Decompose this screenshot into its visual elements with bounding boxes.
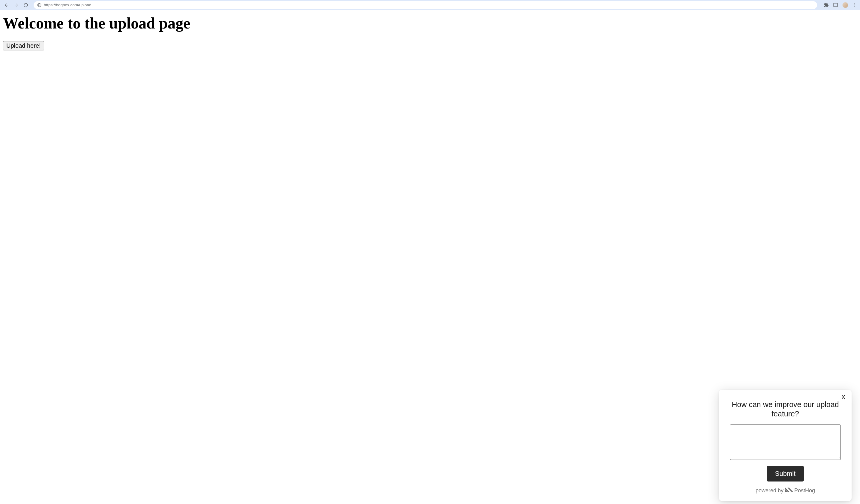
back-button[interactable] [3, 1, 10, 9]
posthog-logo: PostHog [785, 488, 815, 494]
page-content: Welcome to the upload page Upload here! [0, 10, 860, 55]
powered-by-text: powered by [756, 488, 784, 494]
profile-avatar[interactable] [842, 2, 848, 8]
forward-button[interactable] [13, 1, 20, 9]
chrome-right-controls [824, 1, 856, 9]
url-text: https://hogbox.com/upload [44, 3, 91, 7]
page-title: Welcome to the upload page [3, 14, 857, 32]
browser-chrome: https://hogbox.com/upload [0, 0, 860, 10]
posthog-brand-name: PostHog [794, 488, 815, 494]
survey-question: How can we improve our upload feature? [730, 400, 841, 419]
posthog-mark-icon [785, 488, 793, 494]
svg-rect-2 [834, 3, 837, 6]
extensions-icon[interactable] [824, 2, 829, 8]
reload-button[interactable] [22, 1, 29, 9]
address-bar[interactable]: https://hogbox.com/upload [33, 1, 817, 9]
survey-footer: powered by PostHog [756, 488, 815, 494]
globe-icon [37, 3, 41, 7]
survey-close-button[interactable]: X [841, 394, 846, 401]
panel-icon[interactable] [833, 2, 838, 8]
upload-button[interactable]: Upload here! [3, 41, 44, 51]
menu-icon[interactable] [852, 1, 856, 9]
survey-popup: X How can we improve our upload feature?… [719, 390, 851, 501]
survey-submit-button[interactable]: Submit [767, 466, 804, 481]
survey-textarea[interactable] [730, 424, 841, 460]
